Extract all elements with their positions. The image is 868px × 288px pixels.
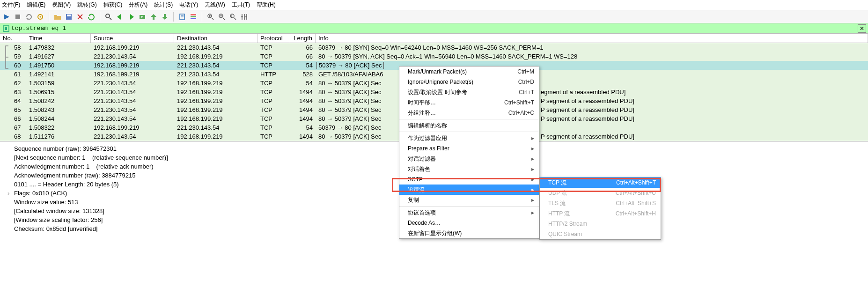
menu-analyze[interactable]: 分析(A) xyxy=(129,1,147,9)
submenu-arrow-icon: ▸ xyxy=(531,135,534,141)
menu-wireless[interactable]: 无线(W) xyxy=(205,1,225,9)
colorize-icon[interactable] xyxy=(189,12,198,22)
clear-filter-button[interactable]: ✕ xyxy=(858,24,866,33)
open-icon[interactable] xyxy=(53,12,62,22)
start-capture-icon[interactable] xyxy=(2,12,11,22)
svg-point-2 xyxy=(40,16,41,17)
cell: 192.168.199.219 xyxy=(91,44,174,51)
menu-help[interactable]: 帮助(H) xyxy=(257,1,276,9)
cell: HTTP xyxy=(257,71,290,78)
save-icon[interactable] xyxy=(64,12,74,22)
col-length[interactable]: Length xyxy=(290,34,316,43)
cell: 192.168.199.219 xyxy=(174,80,257,87)
cell: TCP xyxy=(257,44,290,51)
cell: 1.491750 xyxy=(26,62,91,69)
go-back-icon[interactable] xyxy=(115,12,125,22)
cell: 54 xyxy=(290,80,316,87)
submenu-arrow-icon: ▸ xyxy=(531,176,534,183)
svg-rect-0 xyxy=(15,15,20,19)
expander-icon[interactable]: › xyxy=(7,189,9,198)
ctx-ignore-unignore[interactable]: Ignore/Unignore Packet(s)Ctrl+D xyxy=(399,77,539,87)
ctx-packet-comment[interactable]: 分组注释…Ctrl+Alt+C xyxy=(399,108,539,118)
ctx-protocol-preferences[interactable]: 协议首选项▸ xyxy=(399,207,539,218)
zoom-in-icon[interactable] xyxy=(206,12,215,22)
col-info[interactable]: Info xyxy=(316,34,868,43)
cell: TCP xyxy=(257,115,290,122)
find-icon[interactable] xyxy=(104,12,113,22)
go-to-packet-icon[interactable] xyxy=(138,12,147,22)
menu-file[interactable]: 文件(F) xyxy=(2,1,20,9)
go-first-icon[interactable] xyxy=(149,12,158,22)
resize-columns-icon[interactable] xyxy=(240,12,249,22)
ctx-sctp[interactable]: SCTP▸ xyxy=(399,174,539,185)
cell: 62 xyxy=(0,80,26,87)
ctx-decode-as[interactable]: Decode As… xyxy=(399,218,539,228)
cell: TCP xyxy=(257,89,290,96)
ctx-conversation-filter[interactable]: 对话过滤器▸ xyxy=(399,154,539,164)
col-time[interactable]: Time xyxy=(26,34,91,43)
cell: 221.230.143.54 xyxy=(174,62,257,69)
sub-udp-stream: UDP 流Ctrl+Alt+Shift+U xyxy=(540,188,661,198)
sub-tcp-stream[interactable]: TCP 流Ctrl+Alt+Shift+T xyxy=(540,177,661,188)
ctx-time-shift[interactable]: 时间平移…Ctrl+Shift+T xyxy=(399,97,539,108)
cell: 68 xyxy=(0,133,26,140)
ctx-edit-resolved-name[interactable]: 编辑解析的名称 xyxy=(399,120,539,131)
go-last-icon[interactable] xyxy=(160,12,169,22)
cell: TCP xyxy=(257,62,290,69)
ctx-colorize-conversation[interactable]: 对话着色▸ xyxy=(399,164,539,174)
ctx-copy[interactable]: 复制▸ xyxy=(399,195,539,205)
ctx-follow-stream[interactable]: 追踪流▸ xyxy=(399,185,539,195)
menu-capture[interactable]: 捕获(C) xyxy=(103,1,123,9)
cell: TCP xyxy=(257,53,290,60)
zoom-reset-icon[interactable]: 1 xyxy=(228,12,238,22)
cell: 192.168.199.219 xyxy=(174,106,257,113)
cell: 192.168.199.219 xyxy=(174,89,257,96)
cell: 1494 xyxy=(290,97,316,104)
go-forward-icon[interactable] xyxy=(126,12,136,22)
cell: 1.503159 xyxy=(26,80,91,87)
cell: 1.479832 xyxy=(26,44,91,51)
ctx-apply-as-filter[interactable]: 作为过滤器应用▸ xyxy=(399,133,539,143)
cell-info: GET /58/103/AFAIABA6 xyxy=(316,71,868,78)
cell: 1.511276 xyxy=(26,133,91,140)
svg-rect-4 xyxy=(67,15,71,16)
close-icon[interactable] xyxy=(75,12,85,22)
cell: TCP xyxy=(257,80,290,87)
packet-row[interactable]: 591.491627221.230.143.54192.168.199.219T… xyxy=(0,52,868,61)
options-icon[interactable] xyxy=(36,12,45,22)
menu-telephony[interactable]: 电话(Y) xyxy=(179,1,198,9)
menu-edit[interactable]: 编辑(E) xyxy=(27,1,45,9)
col-no[interactable]: No. xyxy=(0,34,26,43)
menu-go[interactable]: 跳转(G) xyxy=(77,1,96,9)
col-source[interactable]: Source xyxy=(91,34,174,43)
sub-http-stream: HTTP 流Ctrl+Alt+Shift+H xyxy=(540,208,661,219)
cell: 221.230.143.54 xyxy=(91,115,174,122)
menu-statistics[interactable]: 统计(S) xyxy=(154,1,173,9)
reload-icon[interactable] xyxy=(87,12,96,22)
ctx-prepare-as-filter[interactable]: Prepare as Filter▸ xyxy=(399,143,539,154)
ctx-mark-unmark[interactable]: Mark/Unmark Packet(s)Ctrl+M xyxy=(399,66,539,77)
cell: 1.508243 xyxy=(26,106,91,113)
auto-scroll-icon[interactable] xyxy=(177,12,187,22)
cell-info: 80 → 50379 [ACK] Sec xyxy=(316,80,868,87)
cell: 1.492141 xyxy=(26,71,91,78)
display-filter-input[interactable] xyxy=(11,25,858,32)
menu-view[interactable]: 视图(V) xyxy=(52,1,71,9)
ctx-show-in-new-window[interactable]: 在新窗口显示分组(W) xyxy=(399,228,539,236)
restart-capture-icon[interactable] xyxy=(24,12,34,22)
stop-capture-icon[interactable] xyxy=(13,12,22,22)
cell: TCP xyxy=(257,133,290,140)
menu-bar: 文件(F) 编辑(E) 视图(V) 跳转(G) 捕获(C) 分析(A) 统计(S… xyxy=(0,0,868,10)
filter-bookmark-icon[interactable] xyxy=(2,24,10,33)
cell-info: 50379 → 80 [ACK] Sec xyxy=(316,62,868,69)
menu-tools[interactable]: 工具(T) xyxy=(232,1,250,9)
cell-info-tail: P segment of a reassembled PDU] xyxy=(541,115,634,122)
col-destination[interactable]: Destination xyxy=(174,34,257,43)
col-protocol[interactable]: Protocol xyxy=(257,34,290,43)
packet-row[interactable]: 581.479832192.168.199.219221.230.143.54T… xyxy=(0,43,868,52)
submenu-arrow-icon: ▸ xyxy=(531,155,534,162)
follow-stream-submenu: TCP 流Ctrl+Alt+Shift+T UDP 流Ctrl+Alt+Shif… xyxy=(539,177,661,236)
ctx-time-reference[interactable]: 设置/取消设置 时间参考Ctrl+T xyxy=(399,87,539,97)
zoom-out-icon[interactable] xyxy=(217,12,227,22)
cell: 221.230.143.54 xyxy=(91,80,174,87)
